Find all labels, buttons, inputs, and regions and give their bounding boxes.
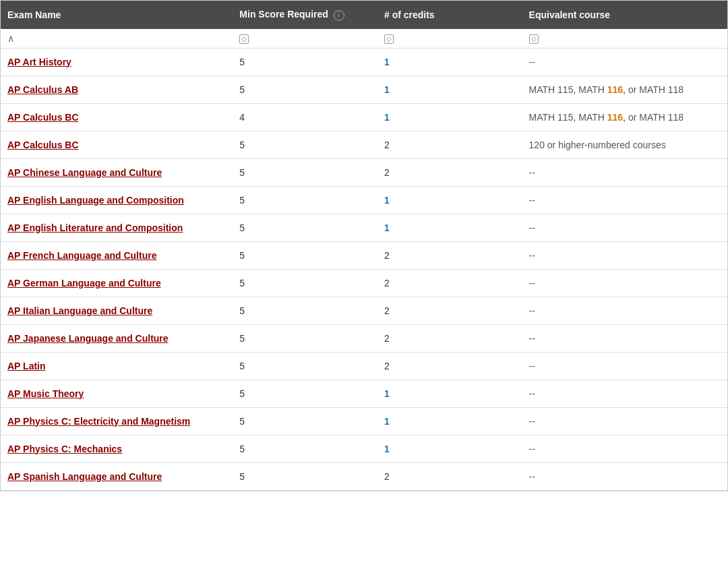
exam-name-link[interactable]: AP English Language and Composition [7, 195, 184, 206]
credits-cell: 1 [377, 186, 522, 214]
sort-equiv[interactable]: ◇ [522, 29, 727, 49]
exam-name-link[interactable]: AP Spanish Language and Culture [7, 471, 162, 482]
credits-cell: 2 [377, 352, 522, 380]
equiv-course-cell: MATH 115, MATH 116, or MATH 118 [522, 75, 727, 103]
sort-exam[interactable]: ∧ [1, 29, 233, 49]
min-score-cell: 5 [233, 435, 377, 462]
exam-name-link[interactable]: AP Chinese Language and Culture [7, 167, 162, 178]
min-score-cell: 5 [233, 131, 377, 158]
credits-cell: 1 [377, 48, 522, 75]
col-header-score: Min Score Required i [233, 1, 377, 29]
exam-name-link[interactable]: AP Calculus BC [7, 112, 79, 123]
table-row: AP Spanish Language and Culture52-- [1, 462, 727, 490]
equiv-course-cell: -- [522, 352, 727, 380]
exam-name-link[interactable]: AP Italian Language and Culture [7, 305, 152, 316]
table-row: AP Calculus BC52120 or higher-numbered c… [1, 131, 727, 158]
min-score-cell: 5 [233, 297, 377, 324]
equiv-course-cell: -- [522, 407, 727, 435]
credits-cell: 1 [377, 435, 522, 462]
exam-name-link[interactable]: AP Calculus BC [7, 140, 79, 150]
col-header-credits: # of credits [377, 1, 522, 29]
exam-name-link[interactable]: AP German Language and Culture [7, 278, 161, 289]
equiv-course-cell: -- [522, 462, 727, 490]
min-score-cell: 5 [233, 462, 377, 490]
equiv-course-cell: -- [522, 158, 727, 186]
sort-credits[interactable]: ◇ [377, 29, 522, 49]
min-score-cell: 5 [233, 324, 377, 352]
info-icon[interactable]: i [334, 10, 344, 21]
min-score-cell: 5 [233, 352, 377, 380]
credits-cell: 2 [377, 241, 522, 269]
table-row: AP Italian Language and Culture52-- [1, 297, 727, 324]
credits-cell: 2 [377, 158, 522, 186]
table-row: AP Physics C: Electricity and Magnetism5… [1, 407, 727, 435]
equiv-course-cell: -- [522, 48, 727, 75]
exam-name-link[interactable]: AP French Language and Culture [7, 250, 156, 261]
table-row: AP French Language and Culture52-- [1, 241, 727, 269]
min-score-cell: 5 [233, 241, 377, 269]
credits-cell: 2 [377, 297, 522, 324]
exam-name-link[interactable]: AP Japanese Language and Culture [7, 333, 169, 344]
credits-cell: 2 [377, 131, 522, 158]
min-score-cell: 5 [233, 158, 377, 186]
credits-cell: 1 [377, 214, 522, 241]
table-row: AP Music Theory51-- [1, 380, 727, 407]
table-row: AP Calculus AB51MATH 115, MATH 116, or M… [1, 75, 727, 103]
equiv-course-cell: -- [522, 380, 727, 407]
min-score-cell: 5 [233, 186, 377, 214]
sort-row: ∧ ◇ ◇ ◇ [1, 29, 727, 49]
exam-name-link[interactable]: AP Physics C: Mechanics [7, 444, 122, 454]
table-row: AP Calculus BC41MATH 115, MATH 116, or M… [1, 103, 727, 131]
equiv-course-cell: -- [522, 241, 727, 269]
min-score-cell: 5 [233, 75, 377, 103]
exam-name-link[interactable]: AP Physics C: Electricity and Magnetism [7, 416, 190, 427]
main-table-container: Exam Name Min Score Required i # of cred… [0, 0, 728, 491]
exam-name-link[interactable]: AP Art History [7, 57, 71, 67]
credits-cell: 2 [377, 462, 522, 490]
col-header-equiv: Equivalent course [522, 1, 727, 29]
equiv-course-cell: -- [522, 269, 727, 297]
min-score-cell: 5 [233, 214, 377, 241]
min-score-cell: 4 [233, 103, 377, 131]
table-row: AP Japanese Language and Culture52-- [1, 324, 727, 352]
exam-name-link[interactable]: AP Latin [7, 361, 46, 371]
equiv-course-cell: -- [522, 186, 727, 214]
sort-score[interactable]: ◇ [233, 29, 377, 49]
exam-name-link[interactable]: AP Music Theory [7, 388, 84, 399]
credits-cell: 1 [377, 380, 522, 407]
exam-name-link[interactable]: AP Calculus AB [7, 84, 78, 95]
min-score-cell: 5 [233, 407, 377, 435]
table-row: AP Latin52-- [1, 352, 727, 380]
credits-cell: 2 [377, 324, 522, 352]
equiv-course-cell: 120 or higher-numbered courses [522, 131, 727, 158]
exam-name-link[interactable]: AP English Literature and Composition [7, 222, 183, 233]
equiv-course-cell: -- [522, 297, 727, 324]
min-score-cell: 5 [233, 269, 377, 297]
min-score-cell: 5 [233, 380, 377, 407]
equiv-course-cell: MATH 115, MATH 116, or MATH 118 [522, 103, 727, 131]
equiv-course-cell: -- [522, 435, 727, 462]
table-row: AP Art History51-- [1, 48, 727, 75]
header-row: Exam Name Min Score Required i # of cred… [1, 1, 727, 29]
credits-cell: 1 [377, 75, 522, 103]
table-row: AP Chinese Language and Culture52-- [1, 158, 727, 186]
table-row: AP English Language and Composition51-- [1, 186, 727, 214]
credits-cell: 2 [377, 269, 522, 297]
min-score-cell: 5 [233, 48, 377, 75]
equiv-course-cell: -- [522, 214, 727, 241]
table-row: AP German Language and Culture52-- [1, 269, 727, 297]
credits-cell: 1 [377, 407, 522, 435]
ap-credits-table: Exam Name Min Score Required i # of cred… [1, 1, 727, 491]
equiv-course-cell: -- [522, 324, 727, 352]
credits-cell: 1 [377, 103, 522, 131]
col-header-exam: Exam Name [1, 1, 233, 29]
table-row: AP English Literature and Composition51-… [1, 214, 727, 241]
table-row: AP Physics C: Mechanics51-- [1, 435, 727, 462]
